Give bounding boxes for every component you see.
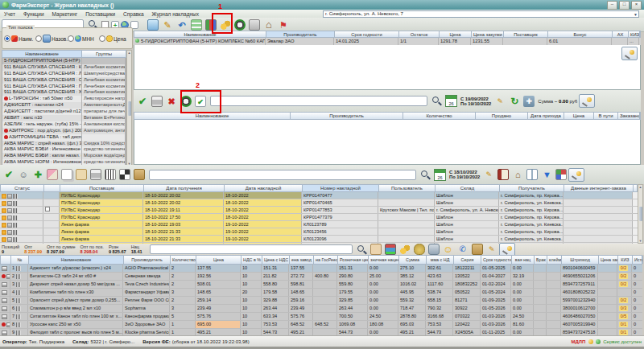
journal-search-input[interactable] — [149, 170, 416, 180]
smiley-icon[interactable]: ☺ — [443, 244, 454, 255]
column-header[interactable]: КИЗ — [618, 256, 633, 264]
home-icon[interactable]: ⌂ — [512, 169, 523, 180]
expand-icon[interactable]: ✚ — [523, 96, 535, 107]
list-item[interactable]: АЗИТРОМИЦИН-ТЕВА : таб дисперг. ... — [2, 134, 126, 141]
column-header[interactable]: Дата получения — [144, 185, 225, 191]
invoice-row[interactable]: ПУЛЬС Краснодар 18-10-2022 19:11 18-10-2… — [0, 207, 638, 214]
item-row[interactable]: 1 Аджисепт табл д/рассас (классич.) х24 … — [0, 265, 642, 273]
column-header[interactable]: Дата прихода — [528, 113, 564, 119]
print-icon[interactable] — [90, 169, 101, 180]
scrollbar[interactable]: ▲▼ — [126, 50, 132, 166]
invoice-row[interactable]: Лекэн фарма 18-10-2022 21:33 19-10-2022 … — [0, 228, 638, 236]
calendar-icon[interactable]: 26 — [445, 95, 457, 107]
list-item[interactable]: АЗЕЛИК : гель наружн. (туба) 15% - 30г А… — [2, 121, 126, 128]
item-row[interactable]: 5 Оралсепт спрей д/мест прим дозир 0,255… — [0, 297, 642, 305]
column-header[interactable]: Розничная цена — [338, 256, 369, 264]
color-table-icon[interactable] — [385, 244, 396, 255]
search-icon[interactable] — [420, 170, 431, 180]
menu-item[interactable]: Поставщики — [81, 11, 119, 17]
list-item[interactable]: АКВА МАРИС : спрей назал. (фл.) 30мл n1 … — [2, 141, 126, 147]
list-item[interactable]: АЕВИТ : капс n10 Витамин Е+Ретинол — [2, 115, 126, 121]
column-header[interactable]: Заказано — [618, 113, 640, 119]
menu-item[interactable]: Справка — [119, 11, 148, 17]
column-header[interactable]: Номер накладной — [303, 185, 379, 191]
invoice-row[interactable]: ПУЛЬС Краснодар 18-10-2022 20:02 18-10-2… — [0, 199, 638, 207]
column-header[interactable]: Наименование — [134, 31, 266, 37]
minimize-button[interactable]: – — [607, 1, 617, 10]
edit-pencil-icon[interactable]: ✎ — [486, 244, 497, 255]
menu-item[interactable]: Маркетинг — [48, 11, 82, 17]
edit-pencil-icon[interactable]: ✎ — [162, 19, 173, 31]
calendar-icon[interactable]: 26 — [434, 169, 446, 181]
branch-selector[interactable]: г. Симферополь, ул. А. Невского, 7 ▼ — [323, 10, 639, 18]
column-header[interactable]: Производитель — [266, 31, 335, 37]
column-header[interactable]: Поставщик — [60, 185, 144, 191]
menu-item[interactable]: Учет — [0, 11, 19, 17]
list-item[interactable]: 5-ГИДРОКСИТРИПТОФАН (5-HTP) : комп... — [2, 58, 126, 64]
column-header[interactable]: Цена закупки — [472, 31, 504, 37]
invoice-row[interactable]: Лекэн фарма 18-10-2022 19:03 19-10-2022 … — [0, 221, 638, 228]
defecture-clock-icon[interactable] — [234, 19, 246, 31]
search-icon[interactable] — [357, 244, 367, 255]
copy-sheets-icon[interactable] — [61, 169, 72, 180]
confirm-icon[interactable]: ✔ — [3, 169, 14, 180]
close-button[interactable]: × — [631, 1, 642, 10]
qr-color-icon[interactable] — [555, 169, 567, 180]
columns-icon[interactable] — [526, 169, 538, 180]
row-checkbox[interactable] — [45, 207, 50, 211]
item-row[interactable]: 6 Спазмалгон р-р в/м введ 2 мл х10 Sopha… — [0, 305, 642, 313]
column-header[interactable]: Получатель — [500, 185, 564, 191]
column-header[interactable]: Склад — [436, 185, 500, 191]
column-header[interactable]: Производитель — [291, 113, 403, 119]
flag-icon[interactable]: ⚑ — [278, 19, 289, 31]
pin-button[interactable] — [568, 168, 584, 182]
filter-icon[interactable]: ▼ — [541, 169, 552, 180]
print-icon[interactable] — [151, 96, 163, 107]
barcode-icon[interactable] — [105, 169, 116, 180]
column-header[interactable]: Статус — [1, 185, 44, 191]
column-header[interactable] — [1, 256, 11, 264]
column-header[interactable]: Срок годности — [335, 31, 399, 37]
column-header[interactable]: Цена — [196, 256, 242, 264]
maximize-button[interactable]: □ — [619, 1, 630, 10]
list-item[interactable]: 911 ВАША СЛУЖБА СПАСЕНИЯ : Хондро... Леч… — [2, 89, 126, 96]
column-header[interactable]: Пользователь — [379, 185, 436, 191]
column-header[interactable]: Исто — [633, 256, 643, 264]
moneybag-icon[interactable] — [414, 244, 425, 255]
list-item[interactable]: АКВА МАРИС БЭБИ : Интенсивное промы... с… — [2, 146, 126, 153]
refresh-icon[interactable]: ↻ — [509, 96, 520, 107]
column-header[interactable]: Цена — [564, 113, 594, 119]
column-header[interactable]: вая нац — [512, 256, 535, 264]
list-item[interactable]: АДЖИСЕПТ : пастилки n24 Амилметакрезол+Д… — [2, 102, 126, 109]
search-type-radio[interactable]: Цена — [99, 35, 130, 43]
column-header[interactable]: Данные интернет-заказа — [564, 185, 634, 191]
column-header[interactable]: Цена — [440, 31, 472, 37]
invoice-row[interactable]: ПУЛЬС Краснодар 18-10-2022 20:02 18-10-2… — [0, 192, 638, 199]
list-item[interactable]: L-ТИРОКСИН : таб 50мкг n50 Левотироксин … — [2, 96, 126, 102]
column-header[interactable]: Дата накладной — [225, 185, 303, 191]
delete-icon[interactable]: ✖ — [166, 96, 177, 107]
list-item[interactable]: 911 ВАША СЛУЖБА СПАСЕНИЯ : Лекова... Шам… — [2, 71, 126, 77]
column-header[interactable]: Поставщик — [504, 31, 548, 37]
edit-pencil-icon[interactable]: ✎ — [494, 96, 506, 107]
column-header[interactable]: Группы — [82, 51, 126, 57]
confirm-icon[interactable]: ✔ — [137, 96, 148, 107]
list-item[interactable]: АКВА МАРИС БЭБИ : капли назал. (фл.) ...… — [2, 153, 126, 159]
column-header[interactable]: мма с НД — [427, 256, 454, 264]
list-item[interactable]: 911 ВАША СЛУЖБА СПАСЕНИЯ : Окопн... Лече… — [2, 77, 126, 84]
edit-pencil-icon[interactable]: ✎ — [483, 169, 494, 180]
pin-button[interactable] — [579, 94, 595, 108]
menu-item[interactable]: Журнал накладных — [148, 11, 203, 17]
column-header[interactable]: КИЗ — [629, 31, 640, 37]
search-type-radio[interactable]: Назов. — [35, 35, 68, 43]
column-header[interactable]: Серия — [454, 256, 481, 264]
search-icon[interactable] — [431, 96, 442, 106]
database-icon[interactable] — [428, 244, 440, 255]
item-row[interactable]: 8 Урсосан капс 250 мг х50 ЗиО Здоровье З… — [0, 321, 642, 329]
search-type-radio[interactable]: МНН — [68, 35, 99, 43]
package-icon[interactable] — [472, 244, 483, 255]
column-header[interactable]: зничная нацен — [369, 256, 399, 264]
column-header[interactable]: Цена с НДС — [262, 256, 290, 264]
crate-icon[interactable] — [76, 169, 87, 180]
layers-icon[interactable] — [191, 19, 202, 31]
